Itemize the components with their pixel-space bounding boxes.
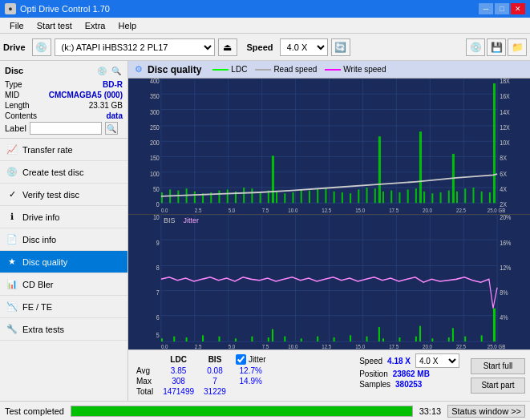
sidebar-item-fe-te[interactable]: 📉 FE / TE [0, 296, 127, 318]
svg-rect-131 [399, 337, 400, 341]
svg-text:5.0: 5.0 [229, 343, 236, 349]
minimize-button[interactable]: ─ [479, 3, 493, 14]
start-buttons: Start full Start part [471, 353, 525, 398]
svg-rect-41 [317, 188, 318, 203]
svg-text:14X: 14X [500, 108, 510, 116]
disc-icon2[interactable]: 🔍 [110, 64, 123, 77]
svg-text:400: 400 [150, 79, 160, 85]
status-window-button[interactable]: Status window >> [447, 405, 525, 418]
svg-rect-45 [350, 193, 351, 203]
position-value: 23862 MB [393, 370, 430, 378]
stats-row: LDC BIS Jitter Avg 3.85 0.08 [128, 349, 530, 401]
svg-rect-25 [194, 192, 196, 203]
toolbar-right-buttons: 💿 💾 📁 [466, 38, 527, 56]
svg-text:9: 9 [156, 238, 160, 246]
disc-mid-row: MID CMCMAGBA5 (000) [5, 91, 123, 99]
stats-total-row: Total 1471499 31229 [133, 386, 273, 397]
drive-icon-btn[interactable]: 💿 [32, 38, 51, 56]
refresh-button[interactable]: 🔄 [331, 38, 350, 56]
disc-type-value: BD-R [103, 80, 123, 89]
chart-header: ⚙ Disc quality LDC Read speed Write spee… [128, 61, 530, 79]
samples-value: 380253 [395, 380, 422, 389]
svg-text:10: 10 [153, 215, 160, 222]
close-button[interactable]: ✕ [511, 3, 525, 14]
menu-extra[interactable]: Extra [79, 19, 112, 32]
svg-rect-59 [448, 191, 450, 204]
svg-rect-21 [161, 192, 163, 203]
legend-read-speed-label: Read speed [273, 65, 317, 74]
eject-button[interactable]: ⏏ [218, 38, 237, 56]
svg-rect-138 [481, 335, 483, 341]
svg-rect-137 [464, 336, 466, 341]
speed-select[interactable]: 4.0 X [280, 38, 328, 56]
disc-icon1[interactable]: 💿 [95, 64, 108, 77]
svg-text:4X: 4X [500, 185, 507, 193]
menu-file[interactable]: File [3, 19, 30, 32]
app-title: Opti Drive Control 1.70 [20, 4, 110, 14]
svg-text:12%: 12% [500, 263, 511, 271]
sidebar-item-disc-quality[interactable]: ★ Disc quality [0, 251, 127, 273]
save-button[interactable]: 📁 [508, 38, 527, 56]
svg-text:2.5: 2.5 [195, 208, 202, 214]
disc-section: Disc 💿 🔍 Type BD-R MID CMCMAGBA5 (000) L… [0, 61, 127, 139]
disc-button2[interactable]: 💾 [487, 38, 506, 56]
toolbar: Drive 💿 (k:) ATAPI iHBS312 2 PL17 ⏏ Spee… [0, 34, 530, 61]
svg-text:12.5: 12.5 [322, 208, 331, 214]
disc-button1[interactable]: 💿 [466, 38, 485, 56]
svg-rect-31 [243, 188, 245, 203]
sidebar-item-verify-test-disc[interactable]: ✓ Verify test disc [0, 184, 127, 206]
svg-text:5.0: 5.0 [229, 208, 236, 214]
svg-text:7.5: 7.5 [262, 208, 269, 214]
stats-bis-header: BIS [200, 353, 233, 365]
disc-contents-value: data [106, 111, 123, 120]
jitter-checkbox-label: Jitter [249, 355, 266, 364]
top-chart: 400 350 300 250 200 150 100 50 0 18X 16X… [128, 79, 530, 215]
menu-help[interactable]: Help [111, 19, 143, 32]
speed-current-select[interactable]: 4.0 X [415, 353, 459, 368]
sidebar-item-disc-info[interactable]: 📄 Disc info [0, 228, 127, 251]
stats-max-row: Max 308 7 14.9% [133, 376, 273, 386]
titlebar-controls: ─ □ ✕ [479, 3, 525, 14]
start-full-button[interactable]: Start full [471, 358, 525, 374]
svg-rect-123 [284, 336, 285, 341]
jitter-checkbox[interactable] [236, 354, 246, 365]
svg-rect-39 [301, 189, 302, 203]
sidebar-item-transfer-rate[interactable]: 📈 Transfer rate [0, 139, 127, 161]
stats-table: LDC BIS Jitter Avg 3.85 0.08 [133, 353, 351, 398]
speed-info: Speed 4.18 X 4.0 X Position 23862 MB Sam… [359, 353, 459, 398]
svg-rect-32 [251, 188, 253, 203]
speed-label-text: Speed [359, 357, 382, 365]
svg-text:18X: 18X [500, 79, 510, 85]
maximize-button[interactable]: □ [495, 3, 509, 14]
svg-rect-114 [161, 338, 163, 341]
svg-rect-57 [431, 193, 433, 203]
svg-rect-117 [202, 335, 204, 341]
sidebar-item-create-test-disc[interactable]: 💿 Create test disc [0, 161, 127, 184]
svg-text:0: 0 [156, 201, 160, 209]
svg-text:12.5: 12.5 [322, 343, 331, 349]
disc-label-input[interactable] [30, 122, 102, 135]
status-text: Test completed [5, 406, 64, 416]
disc-label-button[interactable]: 🔍 [105, 122, 118, 135]
sidebar-item-cd-bler[interactable]: 📊 CD Bler [0, 273, 127, 296]
svg-text:350: 350 [150, 93, 160, 101]
menu-start-test[interactable]: Start test [30, 19, 79, 32]
progress-bar-fill [71, 406, 412, 416]
drive-select[interactable]: (k:) ATAPI iHBS312 2 PL17 [55, 38, 215, 56]
svg-rect-66 [493, 83, 496, 203]
svg-text:20.0: 20.0 [423, 343, 432, 349]
sidebar-item-drive-info[interactable]: ℹ Drive info [0, 206, 127, 228]
svg-text:10.0: 10.0 [288, 343, 297, 349]
disc-label-row: Label 🔍 [5, 122, 123, 135]
sidebar-item-extra-tests[interactable]: 🔧 Extra tests [0, 318, 127, 341]
extra-tests-icon: 🔧 [6, 324, 18, 335]
sidebar-item-disc-quality-label: Disc quality [22, 257, 67, 267]
legend-write-speed-label: Write speed [343, 65, 386, 74]
create-test-disc-icon: 💿 [6, 167, 18, 178]
sidebar: Disc 💿 🔍 Type BD-R MID CMCMAGBA5 (000) L… [0, 61, 128, 401]
svg-rect-134 [431, 338, 433, 341]
start-part-button[interactable]: Start part [471, 378, 525, 394]
svg-rect-122 [272, 329, 273, 341]
cd-bler-icon: 📊 [6, 279, 18, 290]
svg-text:8X: 8X [500, 155, 507, 163]
